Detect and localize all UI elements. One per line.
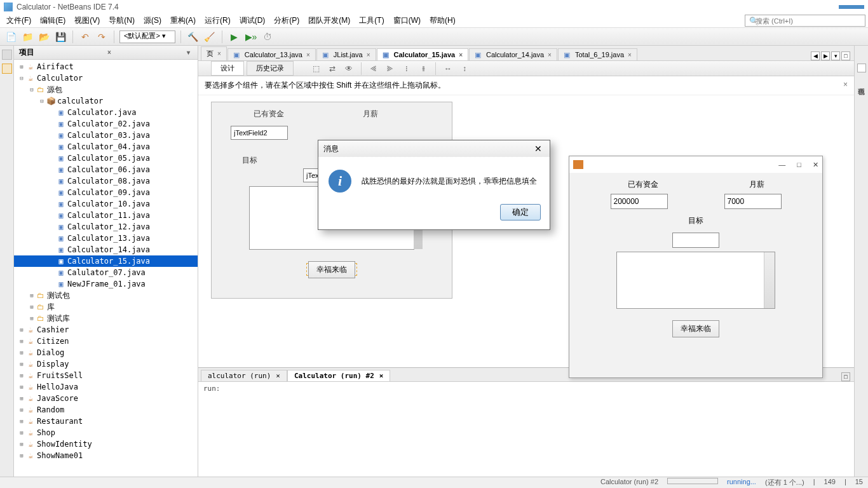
redo-button[interactable]: ↷	[95, 30, 109, 44]
tree-file[interactable]: Calculator_09.java	[67, 188, 150, 197]
tree-item[interactable]: 源包	[47, 85, 62, 95]
connection-icon[interactable]: ⇄	[325, 62, 339, 75]
tree-item[interactable]: Restaurant	[37, 417, 83, 426]
minimize-icon[interactable]: —	[778, 161, 785, 169]
tree-file[interactable]: Calculator_08.java	[67, 177, 150, 186]
app-salary-input[interactable]	[724, 194, 782, 209]
tree-item[interactable]: Display	[37, 360, 69, 369]
menu-file[interactable]: 文件(F)	[3, 14, 35, 27]
preview-icon[interactable]: 👁	[342, 62, 356, 75]
tree-item[interactable]: 测试库	[47, 313, 70, 324]
tree-file[interactable]: Calculator_11.java	[67, 211, 150, 220]
tree-item[interactable]: FruitsSell	[37, 371, 83, 380]
maximize-icon[interactable]: □	[841, 51, 850, 60]
tree-item[interactable]: Airifact	[37, 62, 74, 71]
tab-next-icon[interactable]: ▶	[821, 51, 830, 60]
tree-item[interactable]: JavaScore	[37, 394, 78, 403]
tree-item[interactable]: ShowIdentity	[37, 440, 92, 449]
app-target-input[interactable]	[672, 233, 719, 248]
output-body[interactable]: run:	[198, 382, 854, 477]
dialog-titlebar[interactable]: 消息 ✕	[318, 140, 550, 157]
close-icon[interactable]: ×	[459, 51, 463, 58]
maximize-icon[interactable]: □	[797, 161, 801, 169]
tree-file[interactable]: Calculator_03.java	[67, 131, 150, 140]
tree-item[interactable]: 测试包	[47, 290, 70, 301]
close-icon[interactable]: ×	[306, 51, 310, 58]
java-app-titlebar[interactable]: — □ ✕	[569, 156, 822, 173]
tree-file[interactable]: Calculator_12.java	[67, 222, 150, 231]
tab-design[interactable]: 设计	[211, 61, 244, 76]
output-tab-2[interactable]: Calculator (run) #2×	[287, 370, 390, 381]
tree-item[interactable]: Citizen	[37, 337, 69, 346]
status-more[interactable]: (还有 1 个...)	[765, 478, 804, 487]
tab-prev-icon[interactable]: ◀	[811, 51, 820, 60]
close-icon[interactable]: ✕	[813, 161, 818, 169]
close-icon[interactable]: ×	[276, 372, 280, 380]
resize-h-icon[interactable]: ↔	[441, 62, 455, 75]
editor-tab[interactable]: ▣Calculator_13.java×	[227, 48, 316, 60]
menu-nav[interactable]: 导航(N)	[105, 14, 139, 27]
menu-debug[interactable]: 调试(D)	[236, 14, 269, 27]
tree-file-selected[interactable]: Calculator_15.java	[67, 257, 150, 266]
debug-button[interactable]: ▶»	[244, 30, 258, 44]
profile-button[interactable]: ⏱	[261, 30, 275, 44]
ok-button[interactable]: 确定	[500, 204, 541, 220]
output-tab-1[interactable]: alculator (run)×	[201, 370, 287, 381]
run-button[interactable]: ▶	[227, 30, 241, 44]
restore-icon[interactable]	[857, 64, 866, 72]
project-tree[interactable]: ⊞☕Airifact ⊟☕Calculator ⊟🗀源包 ⊟📦calculato…	[14, 60, 198, 463]
selection-icon[interactable]: ⬚	[309, 62, 323, 75]
editor-tab[interactable]: 页×	[201, 46, 227, 60]
close-icon[interactable]: ✕	[532, 144, 545, 154]
tree-file[interactable]: Calculator_13.java	[67, 234, 150, 243]
menu-edit[interactable]: 编辑(E)	[36, 14, 69, 27]
tree-file[interactable]: Calculator_06.java	[67, 165, 150, 174]
tree-file[interactable]: Calulator_07.java	[67, 268, 146, 277]
clean-build-button[interactable]: 🧹	[203, 30, 217, 44]
menu-refactor[interactable]: 重构(A)	[166, 14, 200, 27]
menu-run[interactable]: 运行(R)	[201, 14, 234, 27]
app-textarea[interactable]	[616, 252, 775, 309]
new-file-button[interactable]: 📄	[4, 30, 18, 44]
panel-close-icon[interactable]: ×	[105, 49, 114, 56]
new-project-button[interactable]: 📁	[20, 30, 34, 44]
search-box[interactable]: 🔍	[745, 15, 865, 27]
resize-v-icon[interactable]: ↕	[458, 62, 471, 75]
menu-view[interactable]: 视图(V)	[71, 14, 104, 27]
close-icon[interactable]: ×	[379, 372, 384, 380]
tree-item[interactable]: Dialog	[37, 348, 64, 357]
menu-source[interactable]: 源(S)	[140, 14, 165, 27]
gutter-btn-1[interactable]	[2, 50, 12, 60]
close-icon[interactable]: ×	[217, 50, 221, 57]
menu-window[interactable]: 窗口(W)	[390, 14, 424, 27]
align-center-icon[interactable]: ⫸	[383, 62, 397, 75]
app-funds-input[interactable]	[611, 194, 668, 209]
tree-file[interactable]: Calculator_04.java	[67, 142, 150, 151]
tree-item[interactable]: Cashier	[37, 325, 69, 334]
editor-tab-active[interactable]: ▣Calculator_15.java×	[377, 48, 468, 60]
align-top-icon[interactable]: ⫶	[400, 62, 414, 75]
config-selector[interactable]: <默认配置> ▾	[119, 30, 175, 43]
tree-item[interactable]: 库	[47, 302, 55, 313]
panel-menu-icon[interactable]: ▾	[184, 49, 193, 56]
app-happiness-button[interactable]: 幸福来临	[672, 320, 719, 337]
happiness-button[interactable]: 幸福来临	[308, 261, 355, 278]
tree-file[interactable]: Calculator_02.java	[67, 119, 150, 128]
tree-file[interactable]: Calculator_14.java	[67, 245, 150, 254]
editor-tab[interactable]: ▣JList.java×	[316, 48, 376, 60]
textfield-2[interactable]	[231, 126, 288, 140]
editor-tab[interactable]: ▣Calculator_14.java×	[469, 48, 557, 60]
tree-file[interactable]: Calculator_05.java	[67, 154, 150, 163]
editor-tab[interactable]: ▣Total_6_19.java×	[558, 48, 637, 60]
tree-item[interactable]: Random	[37, 405, 64, 414]
undo-button[interactable]: ↶	[78, 30, 92, 44]
tab-history[interactable]: 历史记录	[247, 61, 294, 76]
tree-item[interactable]: Calculator	[37, 74, 83, 83]
menu-team[interactable]: 团队开发(M)	[304, 14, 354, 27]
tree-item[interactable]: HelloJava	[37, 383, 78, 391]
palette-tab[interactable]: 调色板	[855, 79, 867, 86]
close-icon[interactable]: ×	[628, 51, 632, 58]
gutter-btn-2[interactable]	[2, 64, 12, 74]
search-input[interactable]	[756, 17, 857, 25]
close-icon[interactable]: ×	[367, 51, 370, 58]
